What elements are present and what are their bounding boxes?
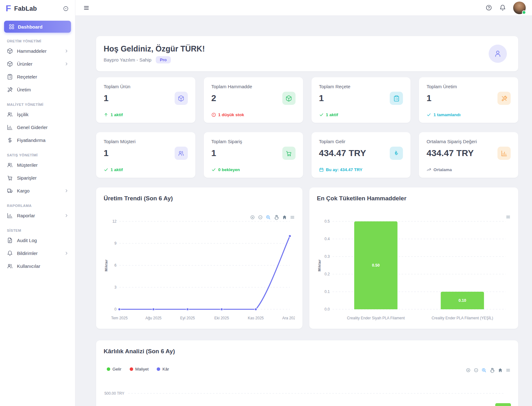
svg-text:0.50: 0.50 <box>372 263 380 268</box>
svg-text:12: 12 <box>112 219 117 224</box>
sidebar-section-title: SİSTEM <box>7 229 68 232</box>
svg-text:0.4: 0.4 <box>324 237 330 241</box>
stat-footer-text: Bu ay: 434.47 TRY <box>326 167 363 172</box>
sidebar-item-bildirimler[interactable]: Bildirimler <box>0 247 75 260</box>
sidebar-item-kargo[interactable]: Kargo <box>0 184 75 197</box>
sidebar-item-label: Audit Log <box>17 238 37 243</box>
sidebar-item-hammaddeler[interactable]: Hammaddeler <box>0 45 75 57</box>
online-status-dot <box>522 10 526 14</box>
menu-icon[interactable] <box>506 368 511 373</box>
stat-footer-text: 1 düşük stok <box>218 112 244 117</box>
dollar-icon <box>7 137 13 143</box>
welcome-text: Hoş Geldiniz, Özgür TÜRK! Baypro Yazılım… <box>104 44 205 63</box>
stat-footer: 1 aktif <box>104 112 188 117</box>
bell-icon[interactable] <box>499 4 506 11</box>
sidebar-item-label: Ürünler <box>17 61 32 67</box>
svg-text:Eki 2025: Eki 2025 <box>214 316 229 320</box>
chart-toolbar <box>466 367 511 373</box>
stat-label: Toplam Sipariş <box>211 139 296 144</box>
brand-name: FabLab <box>14 5 37 12</box>
chart-canvas[interactable]: 500.00 TRY <box>104 391 511 404</box>
svg-text:Miktar: Miktar <box>104 259 108 272</box>
sidebar-section-title: MALİYET YÖNETİMİ <box>7 103 68 106</box>
stat-label: Toplam Reçete <box>319 84 403 89</box>
svg-text:Tem 2025: Tem 2025 <box>111 316 128 320</box>
charts-row: Üretim Trendi (Son 6 Ay) 036912Tem 2025A… <box>96 187 518 329</box>
zoom-out-icon[interactable] <box>474 368 479 373</box>
welcome-avatar <box>489 45 507 63</box>
stat-card-toplam-sipari: Toplam Sipariş10 bekleyen <box>204 132 303 178</box>
home-icon[interactable] <box>498 368 503 373</box>
svg-text:3: 3 <box>114 285 117 290</box>
users-icon <box>7 263 13 269</box>
sidebar-item-label: Kargo <box>17 188 30 193</box>
stat-value: 1 <box>211 148 216 158</box>
sidebar-collapse-icon[interactable] <box>63 6 69 12</box>
stat-footer: Ortalama <box>426 167 511 172</box>
zoom-in-icon[interactable] <box>466 368 471 373</box>
chevron-right-icon <box>64 49 69 53</box>
sidebar-item-label: Genel Giderler <box>17 125 48 130</box>
alert-icon <box>211 112 216 117</box>
sidebar-item-label: Üretim <box>17 87 31 92</box>
stat-card-toplam-re-ete: Toplam Reçete11 aktif <box>312 77 411 123</box>
clipboard-icon <box>390 92 403 105</box>
production-trend-chart-card: Üretim Trendi (Son 6 Ay) 036912Tem 2025A… <box>96 187 302 329</box>
stat-label: Toplam Hammadde <box>211 84 296 89</box>
lira-icon <box>390 147 403 160</box>
help-icon[interactable] <box>486 4 492 11</box>
stat-card-toplam-gelir: Toplam Gelir434.47 TRYBu ay: 434.47 TRY <box>312 132 411 178</box>
stat-footer-text: 0 bekleyen <box>218 167 240 172</box>
profitability-chart-card: Kârlılık Analizi (Son 6 Ay) GelirMaliyet… <box>96 340 518 406</box>
user-avatar[interactable] <box>513 2 526 14</box>
legend-dot <box>107 367 110 371</box>
sidebar-item-dashboard[interactable]: Dashboard <box>4 21 71 33</box>
sidebar-item-i-ilik[interactable]: İşçilik <box>0 108 75 121</box>
sidebar-item-label: Fiyatlandırma <box>17 138 46 143</box>
chart-canvas[interactable]: 0.00.10.20.30.40.50.50Creality Ender Siy… <box>317 216 511 324</box>
chart-legend: GelirMaliyetKâr <box>107 367 169 371</box>
legend-dot <box>130 367 133 371</box>
sidebar-item-raporlar[interactable]: Raporlar <box>0 209 75 222</box>
sidebar-item-kullan-c-lar[interactable]: Kullanıcılar <box>0 260 75 273</box>
bar-data-label-partial <box>495 403 511 406</box>
stat-card-toplam-r-n: Toplam Ürün11 aktif <box>96 77 195 123</box>
tools-icon <box>7 87 13 93</box>
stat-label: Toplam Gelir <box>319 139 403 144</box>
sidebar-item-sipari-ler[interactable]: Siparişler <box>0 171 75 184</box>
trend-icon <box>426 167 431 172</box>
pan-icon[interactable] <box>489 367 495 373</box>
stat-card-toplam-m-teri: Toplam Müşteri11 aktif <box>96 132 195 178</box>
chart-canvas[interactable]: 036912Tem 2025Ağu 2025Eyl 2025Eki 2025Ka… <box>104 216 295 324</box>
svg-text:Eyl 2025: Eyl 2025 <box>180 316 195 320</box>
sidebar-item-label: Kullanıcılar <box>17 263 40 269</box>
legend-item-gelir[interactable]: Gelir <box>107 367 122 371</box>
stat-value: 434.47 TRY <box>426 148 474 158</box>
sidebar-item-label: Müşteriler <box>17 162 38 168</box>
sidebar-item-m-teriler[interactable]: Müşteriler <box>0 159 75 171</box>
legend-item-k-r[interactable]: Kâr <box>157 367 169 371</box>
chevron-right-icon <box>64 62 69 66</box>
sidebar-item-r-nler[interactable]: Ürünler <box>0 57 75 70</box>
sidebar-item-retim[interactable]: Üretim <box>0 83 75 96</box>
chevron-right-icon <box>64 188 69 193</box>
sidebar-item-fiyatland-rma[interactable]: Fiyatlandırma <box>0 134 75 147</box>
sidebar-nav: DashboardÜRETİM YÖNETİMİHammaddelerÜrünl… <box>0 21 75 273</box>
stat-card-toplam-hammadde: Toplam Hammadde21 düşük stok <box>204 77 303 123</box>
stat-label: Ortalama Sipariş Değeri <box>426 139 511 144</box>
svg-text:Creality Ender Siyah PLA Filam: Creality Ender Siyah PLA Filament <box>347 316 405 320</box>
sidebar-item-genel-giderler[interactable]: Genel Giderler <box>0 121 75 134</box>
stat-card-ortalama-sipari-de-eri: Ortalama Sipariş Değeri434.47 TRYOrtalam… <box>419 132 518 178</box>
selection-zoom-icon[interactable] <box>481 368 486 373</box>
sidebar-item-re-eteler[interactable]: Reçeteler <box>0 70 75 83</box>
legend-item-maliyet[interactable]: Maliyet <box>130 367 149 371</box>
hamburger-menu-icon[interactable] <box>83 5 90 11</box>
bar-chart-icon <box>7 213 13 219</box>
sidebar-item-audit-log[interactable]: Audit Log <box>0 234 75 247</box>
users-icon <box>175 147 188 160</box>
welcome-title: Hoş Geldiniz, Özgür TÜRK! <box>104 44 205 53</box>
chart-title: Kârlılık Analizi (Son 6 Ay) <box>104 348 511 355</box>
svg-text:Creality Ender PLA Filament (Y: Creality Ender PLA Filament (YEŞİL) <box>432 316 493 320</box>
legend-label: Kâr <box>162 367 169 371</box>
stat-footer-text: Ortalama <box>433 167 452 172</box>
